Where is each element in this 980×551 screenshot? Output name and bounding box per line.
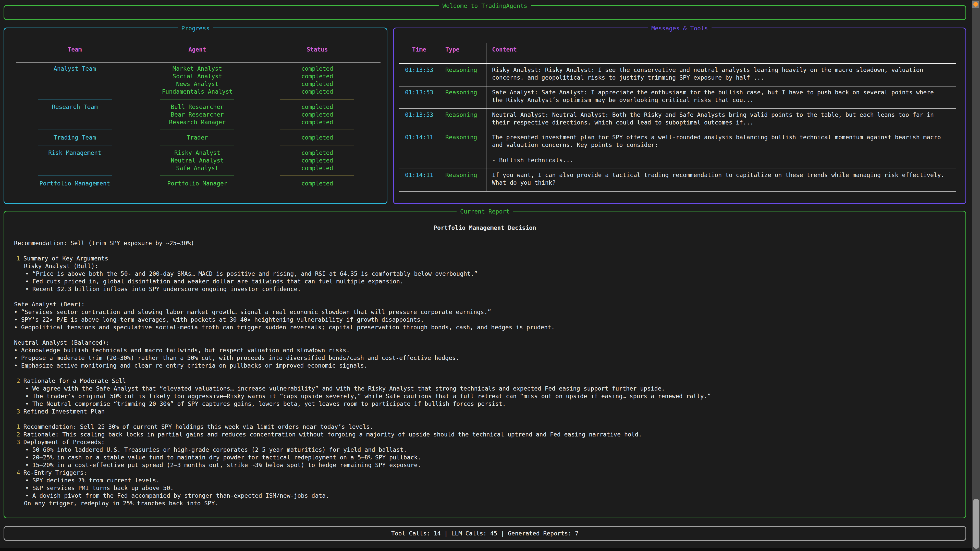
window-bottom-edge [0, 548, 980, 551]
status-value: completed [261, 80, 373, 88]
status-value: completed [261, 88, 373, 95]
message-type: Reasoning [440, 131, 487, 168]
agent-name: Risky Analyst [134, 149, 261, 157]
agent-name: Social Analyst [134, 73, 261, 80]
agent-name: Safe Analyst [134, 164, 261, 172]
table-row: Risk Management Risky Analyst completed [16, 149, 380, 157]
message-row: 01:13:53 Reasoning Safe Analyst: Safe An… [399, 86, 956, 109]
team-name: Risk Management [16, 149, 134, 157]
current-report-panel: Current Report Portfolio Management Deci… [3, 211, 966, 518]
report-panel-title: Current Report [457, 208, 513, 215]
agent-name: News Analyst [134, 80, 261, 88]
list-number: 2 [17, 378, 20, 384]
welcome-title: Welcome to TradingAgents [439, 2, 531, 10]
table-row: Research Manager completed [16, 118, 380, 126]
report-heading: Portfolio Management Decision [4, 224, 966, 232]
agent-name: Fundamentals Analyst [134, 88, 261, 95]
message-row: 01:13:53 Reasoning Neutral Analyst: Neut… [399, 109, 956, 131]
progress-panel-title: Progress [178, 24, 213, 32]
messages-panel: Messages & Tools Time Type Content 01:13… [393, 27, 966, 204]
table-row: Neutral Analyst completed [16, 157, 380, 164]
stats-text: Tool Calls: 14 | LLM Calls: 45 | Generat… [391, 530, 579, 537]
list-number: 2 [17, 431, 20, 438]
list-number: 3 [17, 408, 20, 415]
team-name: Portfolio Management [16, 179, 134, 187]
scrollbar-thumb[interactable] [973, 499, 979, 549]
progress-col-agent: Agent [134, 46, 261, 53]
table-row: Social Analyst completed [16, 73, 380, 80]
messages-table: Time Type Content 01:13:53 Reasoning Ris… [399, 43, 956, 192]
progress-table: Team Agent Status Analyst Team Market An… [16, 46, 380, 195]
messages-col-time: Time [399, 43, 440, 63]
list-number: 3 [17, 439, 20, 445]
status-value: completed [261, 149, 373, 157]
message-time: 01:14:11 [399, 131, 440, 168]
group-separator [16, 126, 380, 134]
messages-panel-title: Messages & Tools [648, 24, 711, 32]
stats-bar: Tool Calls: 14 | LLM Calls: 45 | Generat… [3, 526, 966, 541]
status-value: completed [261, 134, 373, 141]
messages-col-type: Type [440, 43, 487, 63]
status-value: completed [261, 65, 373, 73]
message-type: Reasoning [440, 109, 487, 131]
message-row: 01:14:11 Reasoning The presented investm… [399, 131, 956, 169]
message-type: Reasoning [440, 169, 487, 191]
progress-group-portfolio: Portfolio Management Portfolio Manager c… [16, 179, 380, 195]
message-time: 01:13:53 [399, 86, 440, 108]
progress-group-analyst: Analyst Team Market Analyst completed So… [16, 65, 380, 103]
table-row: Analyst Team Market Analyst completed [16, 65, 380, 73]
team-name: Research Team [16, 103, 134, 111]
status-value: completed [261, 118, 373, 126]
agent-name: Trader [134, 134, 261, 141]
table-row: Bear Researcher completed [16, 111, 380, 118]
progress-group-research: Research Team Bull Researcher completed … [16, 103, 380, 134]
messages-col-content: Content [487, 43, 956, 63]
report-body: Portfolio Management Decision Recommenda… [4, 211, 966, 507]
table-row: Research Team Bull Researcher completed [16, 103, 380, 111]
table-row: News Analyst completed [16, 80, 380, 88]
status-value: completed [261, 111, 373, 118]
list-number: 1 [17, 255, 20, 262]
progress-col-status: Status [261, 46, 373, 53]
message-type: Reasoning [440, 86, 487, 108]
table-row: Fundamentals Analyst completed [16, 88, 380, 95]
table-row: Trading Team Trader completed [16, 134, 380, 141]
scroll-marker-dot-icon [974, 2, 978, 6]
scrollbar-track[interactable] [972, 0, 980, 551]
message-content: If you want, I can also provide a tactic… [487, 169, 956, 191]
agent-name: Market Analyst [134, 65, 261, 73]
progress-group-trading: Trading Team Trader completed [16, 134, 380, 149]
message-content: The presented investment plan for SPY of… [487, 131, 956, 168]
team-name: Analyst Team [16, 65, 134, 73]
group-separator [16, 172, 380, 179]
message-type: Reasoning [440, 64, 487, 86]
status-value: completed [261, 164, 373, 172]
group-separator [16, 187, 380, 195]
message-content: Safe Analyst: Safe Analyst: I appreciate… [487, 86, 956, 108]
message-time: 01:14:11 [399, 169, 440, 191]
progress-group-risk: Risk Management Risky Analyst completed … [16, 149, 380, 179]
table-row: Safe Analyst completed [16, 164, 380, 172]
status-value: completed [261, 157, 373, 164]
agent-name: Research Manager [134, 118, 261, 126]
list-number: 1 [17, 424, 20, 430]
list-number: 4 [17, 469, 20, 476]
table-row: Portfolio Management Portfolio Manager c… [16, 179, 380, 187]
welcome-panel: Welcome to TradingAgents [3, 5, 966, 20]
message-time: 01:13:53 [399, 64, 440, 86]
message-row: 01:14:11 Reasoning If you want, I can al… [399, 169, 956, 192]
message-content: Neutral Analyst: Neutral Analyst: Both t… [487, 109, 956, 131]
scroll-marker[interactable] [972, 1, 979, 8]
team-name: Trading Team [16, 134, 134, 141]
status-value: completed [261, 103, 373, 111]
message-time: 01:13:53 [399, 109, 440, 131]
agent-name: Portfolio Manager [134, 179, 261, 187]
progress-table-body: Analyst Team Market Analyst completed So… [16, 63, 380, 195]
group-separator [16, 95, 380, 103]
agent-name: Bull Researcher [134, 103, 261, 111]
progress-panel: Progress Team Agent Status Analyst Team … [3, 27, 387, 204]
group-separator [16, 141, 380, 149]
progress-table-header: Team Agent Status [16, 46, 380, 63]
message-content: Risky Analyst: Risky Analyst: I see the … [487, 64, 956, 86]
progress-col-team: Team [16, 46, 134, 53]
